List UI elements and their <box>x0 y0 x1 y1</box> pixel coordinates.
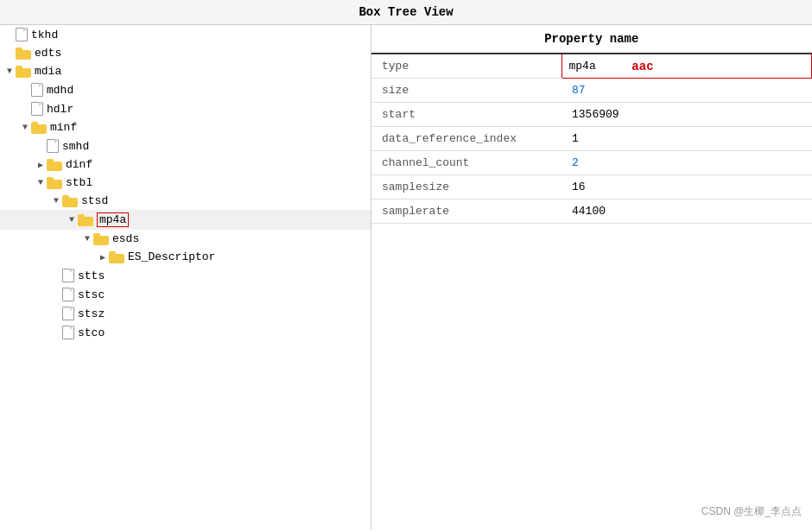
property-row-channel_count: channel_count 2 <box>371 151 812 175</box>
property-name: channel_count <box>371 151 561 175</box>
tree-item-label: edts <box>35 47 61 60</box>
folder-icon <box>16 48 31 60</box>
tree-item-label: minf <box>50 121 77 134</box>
watermark: CSDN @生椰_李点点 <box>701 504 802 519</box>
file-icon <box>62 326 74 339</box>
tree-item-label: stsz <box>78 307 105 320</box>
tree-toggle-mdia[interactable]: ▼ <box>3 66 16 76</box>
tree-item-mdia[interactable]: ▼mdia <box>0 62 371 80</box>
tree-item-mdhd[interactable]: mdhd <box>0 80 371 99</box>
tree-toggle-dinf[interactable]: ▶ <box>35 160 47 170</box>
file-icon <box>62 269 74 282</box>
property-row-samplesize: samplesize 16 <box>371 175 812 200</box>
property-value: 2 <box>561 151 812 175</box>
tree-item-ES_Descriptor[interactable]: ▶ES_Descriptor <box>0 248 371 266</box>
tree-item-label: mp4a <box>97 212 129 227</box>
file-icon <box>62 288 74 301</box>
file-icon <box>62 307 74 320</box>
tree-toggle-esds[interactable]: ▼ <box>81 234 93 244</box>
tree-toggle-stbl[interactable]: ▼ <box>35 178 47 187</box>
tree-toggle-minf[interactable]: ▼ <box>19 123 31 132</box>
property-name: start <box>371 103 561 127</box>
tree-item-minf[interactable]: ▼minf <box>0 118 371 136</box>
tree-item-stsz[interactable]: stsz <box>0 304 371 323</box>
tree-item-stco[interactable]: stco <box>0 323 371 342</box>
tree-item-stts[interactable]: stts <box>0 266 371 285</box>
property-value: 1356909 <box>561 103 812 127</box>
folder-icon <box>47 159 62 171</box>
tree-item-dinf[interactable]: ▶dinf <box>0 155 371 174</box>
tree-item-label: stts <box>78 269 105 282</box>
folder-icon <box>31 122 47 134</box>
tree-toggle-ES_Descriptor[interactable]: ▶ <box>97 252 109 263</box>
folder-icon <box>93 233 109 245</box>
tree-item-mp4a[interactable]: ▼mp4a <box>0 210 371 230</box>
property-value: 44100 <box>561 200 812 224</box>
tree-item-label: hdlr <box>47 103 73 116</box>
property-row-type: type mp4a aac <box>371 54 812 79</box>
tree-item-stsd[interactable]: ▼stsd <box>0 192 371 210</box>
tree-item-stbl[interactable]: ▼stbl <box>0 174 371 192</box>
tree-item-esds[interactable]: ▼esds <box>0 230 371 248</box>
tree-item-label: esds <box>112 232 139 245</box>
tree-item-tkhd[interactable]: tkhd <box>0 25 371 44</box>
tree-item-hdlr[interactable]: hdlr <box>0 99 371 118</box>
folder-icon <box>62 195 78 207</box>
property-name: data_reference_index <box>371 127 561 151</box>
file-icon <box>31 83 43 97</box>
property-name: type <box>371 54 561 79</box>
tree-toggle-stsd[interactable]: ▼ <box>50 196 62 206</box>
tree-item-label: stsc <box>78 288 105 301</box>
property-header: Property name <box>371 25 812 54</box>
window-title: Box Tree View <box>0 0 812 25</box>
folder-icon <box>47 177 62 189</box>
property-value: 1 <box>561 127 812 151</box>
tree-item-label: mdhd <box>47 84 73 97</box>
tree-toggle-mp4a[interactable]: ▼ <box>66 215 78 225</box>
property-value: 16 <box>561 175 812 200</box>
aac-label: aac <box>596 60 654 73</box>
tree-item-label: stsd <box>81 194 108 207</box>
file-icon <box>47 139 59 153</box>
folder-icon <box>16 66 31 78</box>
property-name: size <box>371 79 561 103</box>
tree-item-label: stbl <box>66 176 92 189</box>
file-icon <box>16 28 28 41</box>
property-panel: Property name type mp4a aac size 87 star… <box>371 25 812 529</box>
property-row-samplerate: samplerate 44100 <box>371 200 812 224</box>
property-row-size: size 87 <box>371 79 812 103</box>
tree-item-label: stco <box>78 326 105 339</box>
property-row-start: start 1356909 <box>371 103 812 127</box>
file-icon <box>31 102 43 116</box>
folder-icon <box>109 251 124 263</box>
property-name: samplerate <box>371 200 561 224</box>
tree-item-smhd[interactable]: smhd <box>0 136 371 155</box>
tree-item-label: dinf <box>66 158 92 171</box>
property-value: mp4a aac <box>561 54 812 79</box>
folder-icon <box>78 214 93 226</box>
tree-item-label: mdia <box>35 65 61 78</box>
tree-item-label: ES_Descriptor <box>128 250 215 263</box>
tree-item-edts[interactable]: edts <box>0 44 371 62</box>
property-table: Property name type mp4a aac size 87 star… <box>371 25 812 224</box>
property-row-data_reference_index: data_reference_index 1 <box>371 127 812 151</box>
property-name: samplesize <box>371 175 561 200</box>
tree-item-label: tkhd <box>31 28 58 41</box>
property-value-text: mp4a <box>569 60 596 73</box>
tree-panel[interactable]: tkhdedts▼mdiamdhdhdlr▼minfsmhd▶dinf▼stbl… <box>0 25 371 529</box>
tree-item-label: smhd <box>62 140 89 153</box>
property-value: 87 <box>561 79 812 103</box>
tree-item-stsc[interactable]: stsc <box>0 285 371 304</box>
